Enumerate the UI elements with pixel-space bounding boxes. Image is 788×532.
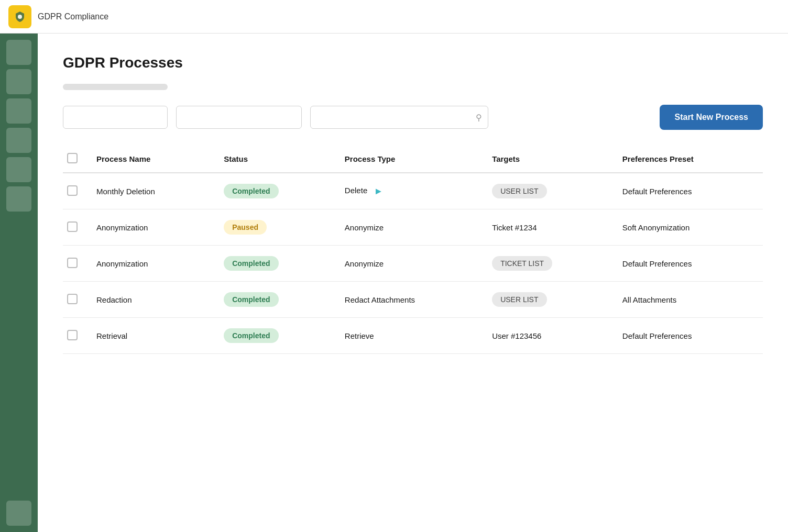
preferences-cell: Default Preferences: [614, 246, 763, 282]
topbar: GDPR Compliance: [0, 0, 788, 34]
process-type-cell: Delete ►: [336, 173, 484, 209]
content-area: GDPR Processes ⚲ Start New Process Proce…: [38, 34, 788, 532]
preferences-cell: Default Preferences: [614, 173, 763, 209]
svg-point-1: [18, 15, 22, 19]
sidebar-item-2[interactable]: [6, 69, 31, 94]
search-input[interactable]: [310, 106, 488, 129]
target-cell: User #123456: [484, 318, 614, 354]
process-name-cell: Anonymization: [88, 246, 215, 282]
status-cell: Completed: [215, 282, 336, 318]
target-cell: USER LIST: [484, 173, 614, 209]
preferences-cell: Default Preferences: [614, 318, 763, 354]
row-checkbox-3[interactable]: [67, 294, 78, 304]
status-badge: Paused: [224, 220, 267, 235]
sidebar: [0, 34, 38, 532]
col-process-type: Process Type: [336, 147, 484, 173]
sidebar-item-5[interactable]: [6, 157, 31, 182]
process-type-cell: Retrieve: [336, 318, 484, 354]
filter-input-1[interactable]: [63, 106, 168, 129]
col-targets: Targets: [484, 147, 614, 173]
process-type-cell: Anonymize: [336, 209, 484, 246]
app-title: GDPR Compliance: [38, 12, 108, 21]
status-badge: Completed: [224, 292, 278, 307]
status-badge: Completed: [224, 184, 278, 198]
filter-input-2[interactable]: [176, 106, 302, 129]
status-cell: Completed: [215, 246, 336, 282]
target-badge: TICKET LIST: [492, 256, 552, 271]
table-row: RedactionCompletedRedact AttachmentsUSER…: [63, 282, 763, 318]
col-preferences: Preferences Preset: [614, 147, 763, 173]
process-type-cell: Anonymize: [336, 246, 484, 282]
target-cell: USER LIST: [484, 282, 614, 318]
col-process-name: Process Name: [88, 147, 215, 173]
status-cell: Paused: [215, 209, 336, 246]
preferences-cell: All Attachments: [614, 282, 763, 318]
sidebar-item-4[interactable]: [6, 128, 31, 153]
row-checkbox-0[interactable]: [67, 185, 78, 196]
select-all-checkbox[interactable]: [67, 153, 78, 163]
start-new-process-button[interactable]: Start New Process: [660, 105, 763, 130]
loading-bar: [63, 84, 168, 90]
target-cell: Ticket #1234: [484, 209, 614, 246]
page-title: GDPR Processes: [63, 54, 763, 71]
row-checkbox-1[interactable]: [67, 221, 78, 232]
search-icon: ⚲: [476, 113, 482, 123]
status-cell: Completed: [215, 318, 336, 354]
process-name-cell: Retrieval: [88, 318, 215, 354]
filters-row: ⚲ Start New Process: [63, 105, 763, 130]
sidebar-item-1[interactable]: [6, 40, 31, 65]
target-badge: USER LIST: [492, 184, 546, 198]
sidebar-item-3[interactable]: [6, 98, 31, 124]
col-status: Status: [215, 147, 336, 173]
table-row: RetrievalCompletedRetrieveUser #123456De…: [63, 318, 763, 354]
process-type-cell: Redact Attachments: [336, 282, 484, 318]
row-checkbox-4[interactable]: [67, 330, 78, 340]
table-row: AnonymizationPausedAnonymizeTicket #1234…: [63, 209, 763, 246]
status-cell: Completed: [215, 173, 336, 209]
sidebar-item-7[interactable]: [6, 501, 31, 526]
status-badge: Completed: [224, 256, 278, 271]
preferences-cell: Soft Anonymization: [614, 209, 763, 246]
process-name-cell: Anonymization: [88, 209, 215, 246]
search-wrapper: ⚲: [310, 106, 488, 129]
process-name-cell: Redaction: [88, 282, 215, 318]
target-cell: TICKET LIST: [484, 246, 614, 282]
processes-table: Process Name Status Process Type Targets…: [63, 147, 763, 354]
status-badge: Completed: [224, 328, 278, 343]
table-row: Monthly DeletionCompletedDelete ►USER LI…: [63, 173, 763, 209]
table-row: AnonymizationCompletedAnonymizeTICKET LI…: [63, 246, 763, 282]
target-badge: USER LIST: [492, 292, 546, 307]
process-name-cell: Monthly Deletion: [88, 173, 215, 209]
app-icon: [8, 5, 31, 28]
play-icon[interactable]: ►: [374, 186, 383, 197]
row-checkbox-2[interactable]: [67, 258, 78, 268]
main-layout: GDPR Processes ⚲ Start New Process Proce…: [0, 34, 788, 532]
sidebar-item-6[interactable]: [6, 186, 31, 212]
